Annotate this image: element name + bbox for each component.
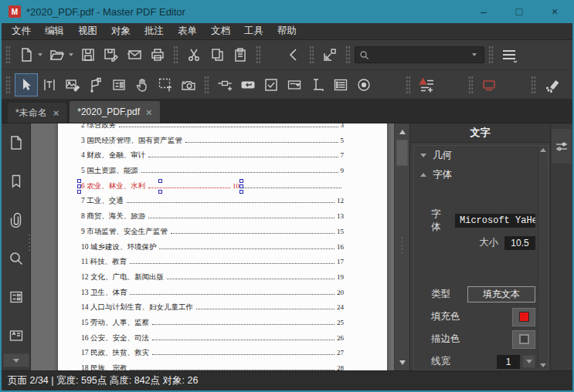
text-type-select[interactable]: 填充文本: [467, 286, 535, 302]
section-geometry[interactable]: 几何: [414, 146, 548, 165]
selection-handle-bc[interactable]: [158, 190, 162, 194]
line-width-spinner[interactable]: [522, 355, 535, 368]
toolbar-grip[interactable]: [488, 46, 494, 64]
menu-item-tools[interactable]: 工具: [237, 23, 270, 39]
toc-row-16[interactable]: 16 公安、安全、司法26: [81, 333, 344, 349]
toc-row-3[interactable]: 3 国民经济管理、国有资产监管5: [81, 136, 344, 151]
select-tool-button[interactable]: [15, 73, 38, 96]
chevron-down-icon[interactable]: [38, 53, 42, 56]
toc-row-4[interactable]: 4 财政、金融、审计7: [81, 150, 344, 166]
toolbar-grip[interactable]: [406, 76, 411, 94]
selected-text-object[interactable]: 6 农业、林业、水利10: [81, 181, 239, 191]
toc-row-17[interactable]: 17 民政、扶贫、救灾27: [81, 348, 344, 363]
toc-row-8[interactable]: 8 商贸、海关、旅游13: [81, 211, 344, 227]
toolbar-grip[interactable]: [531, 76, 536, 94]
tab-untitled[interactable]: *未命名 ×: [7, 102, 67, 123]
signature-panel-button[interactable]: [2, 316, 30, 349]
toolbar-grip[interactable]: [256, 46, 261, 64]
edit-image-tool-button[interactable]: [61, 73, 84, 96]
menu-item-help[interactable]: 帮助: [270, 23, 304, 39]
toc-row-13[interactable]: 13 卫生、体育20: [81, 288, 344, 303]
search-panel-button[interactable]: [2, 239, 30, 278]
pages-panel-button[interactable]: [2, 123, 30, 162]
cut-button[interactable]: [182, 43, 205, 66]
toolbar-grip[interactable]: [5, 46, 11, 64]
toolbar-grip[interactable]: [309, 46, 314, 64]
attachments-panel-button[interactable]: [2, 201, 30, 239]
new-document-button[interactable]: [15, 43, 38, 66]
listbox-tool-button[interactable]: [329, 73, 352, 96]
paste-button[interactable]: [229, 43, 252, 66]
document-viewport[interactable]: 2 综合政务33 国民经济管理、国有资产监管54 财政、金融、审计75 国土资源…: [31, 123, 394, 370]
tab-2020-pdf[interactable]: *2020_PDF.pdf ×: [69, 100, 160, 123]
panel-scroll-down-icon[interactable]: [540, 363, 546, 367]
save-button[interactable]: [76, 43, 100, 66]
selection-handle-tl[interactable]: [77, 179, 81, 183]
menu-item-comment[interactable]: 批注: [138, 23, 171, 39]
email-button[interactable]: [123, 43, 146, 66]
toc-row-7[interactable]: 7 工业、交通12: [81, 196, 344, 211]
selection-handle-tr[interactable]: [239, 179, 243, 183]
hand-tool-button[interactable]: [131, 73, 154, 96]
fit-page-button[interactable]: [318, 43, 341, 66]
add-annotation-tool-button[interactable]: [415, 73, 438, 96]
toc-row-9[interactable]: 9 市场监管、安全生产监管15: [81, 227, 344, 242]
close-button[interactable]: ×: [537, 0, 572, 23]
scroll-up-button[interactable]: [395, 125, 409, 138]
font-size-input[interactable]: 10.5: [504, 236, 535, 250]
toolbar-grip[interactable]: [204, 76, 209, 94]
sidebar-scroll-down-button[interactable]: [3, 353, 29, 367]
toc-row-2[interactable]: 2 综合政务3: [81, 123, 344, 136]
scroll-down-button[interactable]: [395, 356, 409, 369]
toc-row-15[interactable]: 15 劳动、人事、监察25: [81, 318, 344, 333]
toc-row-18[interactable]: 18 民族、宗教28: [81, 363, 344, 370]
vertical-scrollbar[interactable]: [394, 123, 409, 370]
panel-scrollbar[interactable]: [538, 146, 548, 370]
selection-handle-tc[interactable]: [158, 179, 162, 183]
toc-row-10[interactable]: 10 城乡建设、环境保护16: [81, 242, 344, 258]
toc-row-5[interactable]: 5 国土资源、能源9: [81, 166, 344, 181]
toc-row-11[interactable]: 11 科技、教育17: [81, 257, 344, 272]
tab-close-icon[interactable]: ×: [146, 106, 152, 118]
ibeam-tool-button[interactable]: [306, 73, 329, 96]
text-field-tool-button[interactable]: [236, 73, 260, 96]
toolbar-grip[interactable]: [173, 46, 178, 64]
search-dropdown-icon[interactable]: [472, 53, 477, 56]
edit-path-tool-button[interactable]: [84, 73, 107, 96]
minimize-button[interactable]: –: [466, 0, 501, 23]
highlight-field-tool-button[interactable]: [477, 73, 501, 96]
toolbar-grip[interactable]: [468, 76, 474, 94]
menu-item-edit[interactable]: 编辑: [38, 23, 71, 39]
toolbar-grip[interactable]: [345, 46, 351, 64]
print-button[interactable]: [146, 43, 169, 66]
toc-row-6[interactable]: 6 农业、林业、水利10: [81, 181, 344, 197]
selection-handle-mr[interactable]: [239, 184, 243, 188]
menu-item-object[interactable]: 对象: [104, 23, 138, 39]
selection-handle-br[interactable]: [239, 190, 243, 194]
panel-scroll-up-icon[interactable]: [540, 148, 546, 152]
tab-close-icon[interactable]: ×: [53, 107, 59, 119]
menu-item-form[interactable]: 表单: [171, 23, 204, 39]
menu-item-document[interactable]: 文档: [204, 23, 237, 39]
form-fields-panel-button[interactable]: [2, 278, 30, 316]
search-input[interactable]: [369, 50, 472, 59]
snapshot-tool-button[interactable]: [177, 73, 200, 96]
properties-toggle-button[interactable]: [551, 128, 572, 164]
edit-text-tool-button[interactable]: [38, 73, 61, 96]
bookmarks-panel-button[interactable]: [2, 162, 30, 201]
toc-row-12[interactable]: 12 文化、广电、新闻出版19: [81, 272, 344, 288]
stroke-color-swatch[interactable]: [512, 330, 535, 349]
scrollbar-grip-dots[interactable]: [400, 236, 404, 255]
combobox-tool-button[interactable]: [283, 73, 306, 96]
maximize-button[interactable]: □: [501, 0, 537, 23]
selection-handle-ml[interactable]: [77, 184, 81, 188]
toolbar-grip[interactable]: [5, 76, 11, 94]
pdf-page[interactable]: 2 综合政务33 国民经济管理、国有资产监管54 财政、金融、审计75 国土资源…: [58, 123, 387, 370]
selection-handle-bl[interactable]: [77, 190, 81, 194]
eraser-tool-button[interactable]: [540, 73, 563, 96]
back-button[interactable]: [282, 43, 305, 66]
menu-item-file[interactable]: 文件: [5, 23, 38, 39]
checkbox-tool-button[interactable]: [260, 73, 283, 96]
save-as-button[interactable]: [100, 43, 123, 66]
link-tool-button[interactable]: [213, 73, 236, 96]
